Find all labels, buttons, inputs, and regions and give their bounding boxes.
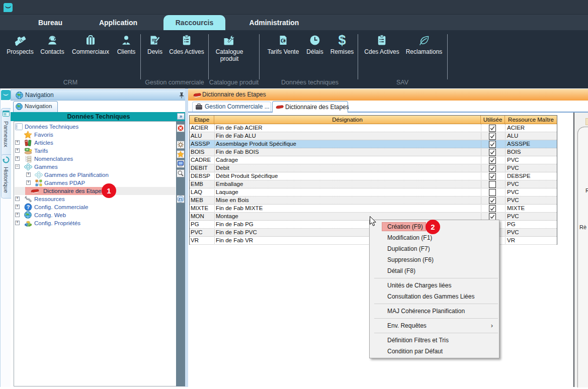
svg-text:€: € — [282, 38, 285, 44]
svg-text:Z1: Z1 — [179, 197, 183, 202]
svg-text:?: ? — [27, 204, 30, 210]
